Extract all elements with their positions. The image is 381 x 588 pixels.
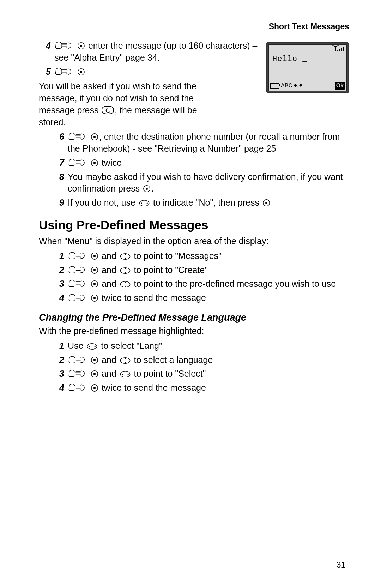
phone-mode: ABC [281, 81, 292, 90]
phone-screen-text: Hello _ [272, 54, 307, 65]
step-number: 4 [52, 382, 68, 394]
step-number: 7 [52, 157, 68, 169]
hand-icon [68, 383, 87, 392]
hand-icon [68, 279, 87, 288]
nav-horizontal-icon [139, 200, 150, 207]
lang-step-1: 1 Use to select "Lang" [52, 340, 349, 352]
step-text: to indicate "No", then press [151, 198, 262, 207]
ok-button-icon [91, 370, 98, 378]
step-6: 6 , enter the destination phone number (… [52, 131, 349, 155]
step-text: twice to send the message [99, 293, 206, 303]
lang-step-3: 3 and to point to "Select" [52, 368, 349, 380]
predef-step-4: 4 twice to send the message [52, 292, 349, 304]
step-number: 8 [52, 171, 68, 183]
step-9: 9 If you do not, use to indicate "No", t… [52, 197, 349, 209]
nav-vertical-icon [120, 281, 131, 288]
predef-step-1: 1 and to point to "Messages" [52, 250, 349, 262]
step-number: 2 [52, 354, 68, 366]
step-text: to select "Lang" [98, 341, 162, 351]
nav-vertical-icon [120, 357, 131, 364]
ok-button-icon [91, 280, 98, 288]
ok-button-icon [91, 356, 98, 364]
hand-icon [55, 41, 73, 50]
nav-horizontal-icon [86, 343, 98, 350]
step-4: 4 enter the message (up to 160 character… [39, 40, 260, 64]
step-text: and [99, 369, 119, 378]
step-text: , enter the destination phone number (or… [68, 132, 340, 153]
step-number: 2 [52, 264, 68, 276]
ok-button-icon [91, 266, 98, 274]
step-8: 8 You maybe asked if you wish to have de… [52, 171, 349, 195]
step-text: to point to "Create" [132, 265, 208, 275]
step-text: to point to the pre-defined message you … [132, 279, 336, 289]
step-text: You maybe asked if you wish to have deli… [68, 172, 343, 194]
ok-button-icon [77, 42, 85, 50]
step-text: . [151, 183, 154, 193]
subsection-heading: Changing the Pre-Defined Message Languag… [39, 311, 349, 324]
ok-button-icon [91, 294, 98, 302]
section-intro: When "Menu" is displayed in the option a… [39, 235, 349, 247]
step-number: 4 [39, 40, 54, 52]
ok-button-icon [77, 68, 85, 76]
ok-button-icon [143, 185, 151, 193]
signal-icon [335, 46, 344, 51]
step-number: 5 [39, 66, 54, 78]
step-5: 5 [39, 66, 260, 78]
step-text: to point to "Messages" [132, 251, 222, 261]
step-number: 9 [52, 197, 68, 209]
predef-step-3: 3 and to point to the pre-defined messag… [52, 278, 349, 290]
nav-vertical-icon [120, 267, 131, 274]
step-number: 3 [52, 368, 68, 380]
nav-vertical-icon [120, 253, 131, 260]
ok-button-icon [91, 384, 98, 392]
step-7: 7 twice [52, 157, 349, 169]
c-key-icon: C [102, 106, 114, 114]
step-text: twice [99, 158, 122, 168]
hand-icon [68, 266, 87, 274]
step-text: and [99, 355, 119, 365]
step-text: twice to send the message [99, 383, 206, 393]
lang-step-2: 2 and to select a language [52, 354, 349, 366]
hand-icon [68, 251, 87, 260]
hand-icon [55, 67, 73, 76]
ok-button-icon [91, 252, 98, 260]
predef-step-2: 2 and to point to "Create" [52, 264, 349, 276]
hand-icon [68, 356, 87, 364]
phone-screen-illustration: Hello _ ABC ◆↓◆ Ok [266, 42, 349, 93]
step-text: Use [68, 341, 86, 351]
ok-button-icon [91, 133, 98, 141]
step-number: 1 [52, 340, 68, 352]
battery-icon [270, 83, 279, 89]
step-text: and [99, 265, 119, 275]
nav-horizontal-icon [120, 371, 131, 378]
hand-icon [68, 132, 87, 141]
running-head: Short Text Messages [39, 21, 349, 32]
step-number: 1 [52, 250, 68, 262]
paragraph: You will be asked if you wish to send th… [39, 80, 222, 128]
ok-button-icon [91, 159, 98, 167]
subsection-intro: With the pre-defined message highlighted… [39, 325, 349, 337]
step-text: to select a language [132, 355, 213, 365]
section-heading: Using Pre-Defined Messages [39, 217, 349, 233]
step-text: If you do not, use [68, 198, 138, 207]
page-number: 31 [336, 559, 346, 570]
ok-button-icon [262, 199, 270, 207]
hand-icon [68, 293, 87, 302]
step-text: and [99, 279, 119, 289]
step-number: 3 [52, 278, 68, 290]
arrows-icon: ◆↓◆ [294, 82, 302, 90]
step-text: and [99, 251, 119, 261]
phone-ok-softkey: Ok [335, 82, 345, 90]
hand-icon [68, 158, 87, 167]
step-number: 4 [52, 292, 68, 304]
lang-step-4: 4 twice to send the message [52, 382, 349, 394]
step-number: 6 [52, 131, 68, 143]
hand-icon [68, 369, 87, 378]
step-text: to point to "Select" [132, 369, 206, 378]
